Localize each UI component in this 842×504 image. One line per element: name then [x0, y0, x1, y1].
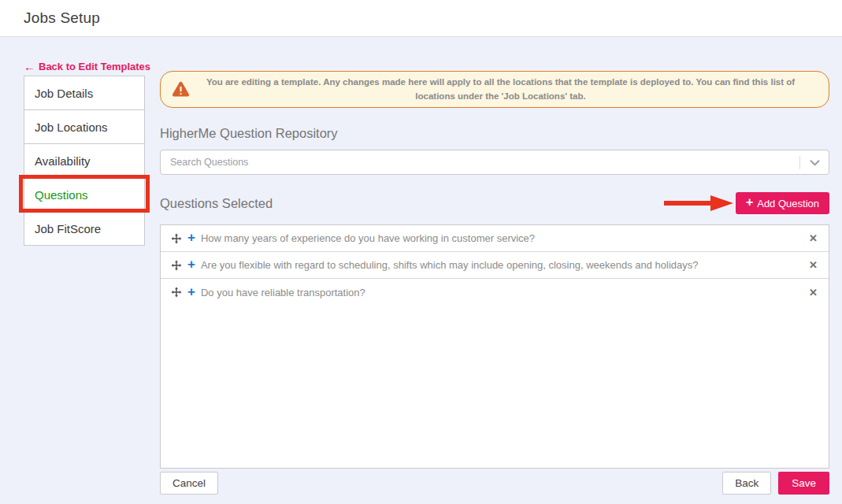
add-question-label: Add Question — [757, 198, 819, 209]
back-link-label: Back to Edit Templates — [39, 61, 150, 72]
page-title: Jobs Setup — [24, 9, 100, 27]
sidebar-item[interactable]: Job FitScore — [24, 211, 145, 246]
move-drag-icon[interactable] — [171, 233, 182, 244]
remove-question-icon[interactable]: ✕ — [808, 231, 818, 246]
jobs-setup-page: Jobs Setup ← Back to Edit Templates Job … — [0, 0, 842, 504]
back-to-edit-templates-link[interactable]: ← Back to Edit Templates — [24, 61, 150, 72]
questions-selected-header-row: Questions Selected + Add Question — [160, 192, 829, 214]
template-warning-banner: You are editing a template. Any changes … — [160, 71, 829, 108]
selected-questions-list: + How many years of experience do you ha… — [160, 224, 829, 469]
move-drag-icon[interactable] — [171, 287, 182, 298]
add-question-button[interactable]: + Add Question — [736, 192, 829, 214]
insert-plus-icon[interactable]: + — [187, 285, 195, 298]
warning-banner-text: You are editing a template. Any changes … — [190, 76, 811, 104]
question-row: + Are you flexible with regard to schedu… — [161, 252, 829, 279]
chevron-down-icon — [810, 157, 820, 169]
question-text: How many years of experience do you have… — [201, 232, 808, 244]
question-row: + Do you have reliable transportation? ✕ — [161, 279, 829, 306]
sidebar-item-label: Job Details — [35, 87, 93, 100]
arrow-left-icon: ← — [24, 61, 35, 72]
sidebar-item-label: Job Locations — [35, 120, 108, 134]
sidebar-item-label: Questions — [35, 188, 88, 202]
sidebar-item-label: Job FitScore — [35, 222, 101, 235]
insert-plus-icon[interactable]: + — [187, 231, 195, 244]
remove-question-icon[interactable]: ✕ — [808, 285, 818, 300]
search-questions-input[interactable] — [161, 157, 799, 168]
plus-icon: + — [746, 196, 753, 209]
question-text: Are you flexible with regard to scheduli… — [201, 259, 808, 271]
top-header: Jobs Setup — [0, 0, 842, 37]
sidebar-item[interactable]: Availability — [24, 143, 145, 178]
questions-selected-title: Questions Selected — [160, 196, 273, 211]
insert-plus-icon[interactable]: + — [187, 258, 195, 271]
sidebar-item[interactable]: Job Locations — [24, 109, 145, 144]
repository-title: HigherMe Question Repository — [160, 126, 829, 141]
save-button[interactable]: Save — [778, 472, 829, 495]
sidebar-item[interactable]: Job Details — [24, 76, 145, 110]
footer-actions: Cancel Back Save — [160, 472, 829, 495]
back-button[interactable]: Back — [722, 472, 771, 495]
question-row: + How many years of experience do you ha… — [161, 225, 829, 252]
cancel-button[interactable]: Cancel — [160, 472, 218, 495]
dropdown-toggle-button[interactable] — [800, 150, 829, 174]
sidebar-item[interactable]: Questions — [24, 177, 145, 212]
question-text: Do you have reliable transportation? — [201, 287, 808, 298]
warning-triangle-icon — [172, 81, 190, 98]
main-content: You are editing a template. Any changes … — [160, 71, 829, 495]
sidebar-nav: Job Details Job Locations Availability Q… — [24, 76, 145, 246]
question-search-box — [160, 150, 829, 175]
remove-question-icon[interactable]: ✕ — [808, 258, 818, 272]
move-drag-icon[interactable] — [171, 260, 182, 271]
sidebar-item-label: Availability — [35, 154, 91, 168]
